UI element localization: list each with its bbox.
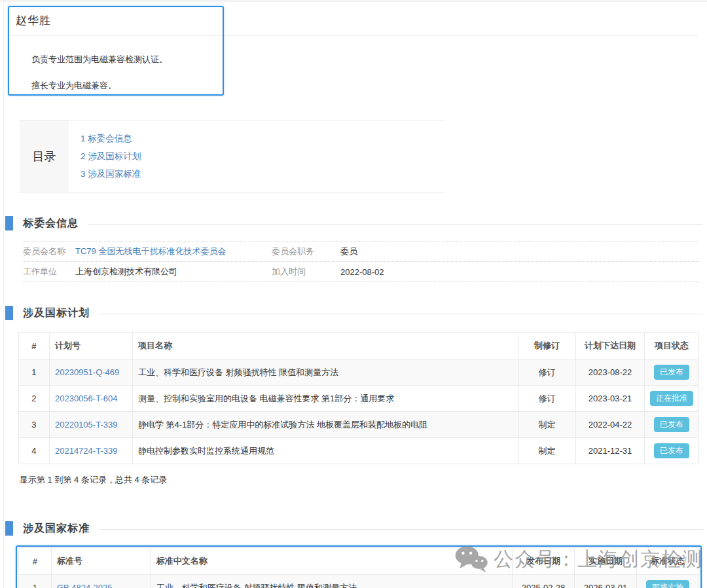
standards-table: # 标准号 标准中文名称 发布日期 实施日期 标准状态 1 GB 4824-20…	[18, 547, 699, 588]
section-title: 涉及国家标准	[23, 522, 90, 536]
toc-link-committee-info[interactable]: 1 标委会信息	[81, 130, 141, 147]
plan-number-link[interactable]: 20230056-T-604	[55, 394, 117, 403]
project-name: 静电学 第4-1部分：特定应用中的标准试验方法 地板覆盖层和装配地板的电阻	[132, 412, 518, 438]
toc-label: 目录	[20, 120, 69, 192]
section-committee-info: 标委会信息 委员会名称 TC79 全国无线电干扰标准化技术委员会 委员会职务 委…	[0, 216, 707, 282]
column-header: 计划号	[49, 333, 132, 359]
field-value: 委员	[340, 246, 357, 257]
field-label: 工作单位	[23, 266, 75, 278]
field-label: 加入时间	[272, 266, 340, 278]
project-name: 工业、科学和医疗设备 射频骚扰特性 限值和测量方法	[132, 359, 518, 386]
profile-intro-line: 擅长专业为电磁兼容。	[31, 80, 707, 92]
revision-type: 修订	[518, 386, 576, 412]
toc-link-national-plans[interactable]: 2 涉及国标计划	[81, 147, 141, 165]
status-badge: 正在批准	[650, 391, 693, 406]
project-name: 测量、控制和实验室用的电设备 电磁兼容性要求 第1部分：通用要求	[132, 386, 518, 412]
column-header: 实施日期	[575, 548, 637, 575]
section-header: 涉及国标计划	[5, 306, 707, 320]
plan-number-link[interactable]: 20214724-T-339	[55, 446, 117, 456]
section-title: 标委会信息	[23, 217, 79, 230]
row-index: 2	[19, 386, 50, 412]
status-badge: 已发布	[654, 365, 689, 380]
plan-date: 2023-08-22	[576, 359, 645, 386]
field-label: 委员会名称	[23, 246, 75, 257]
column-header: 项目名称	[132, 333, 518, 359]
column-header: 项目状态	[644, 333, 698, 359]
field-label: 委员会职务	[272, 246, 340, 257]
row-index: 1	[19, 359, 50, 386]
revision-type: 修订	[518, 359, 576, 386]
section-accent-bar	[5, 521, 13, 536]
info-row: 委员会名称 TC79 全国无线电干扰标准化技术委员会 委员会职务 委员	[23, 241, 699, 262]
table-header-row: # 计划号 项目名称 制修订 计划下达日期 项目状态	[19, 333, 699, 359]
committee-name-link[interactable]: TC79 全国无线电干扰标准化技术委员会	[75, 246, 226, 256]
column-header: 标准号	[51, 548, 151, 575]
records-summary: 显示第 1 到第 4 条记录，总共 4 条记录	[20, 474, 707, 486]
table-row: 3 20220105-T-339 静电学 第4-1部分：特定应用中的标准试验方法…	[19, 412, 699, 438]
status-badge: 已发布	[654, 443, 689, 458]
field-value: 上海创京检测技术有限公司	[75, 266, 272, 278]
status-badge: 已发布	[654, 417, 689, 432]
table-of-contents: 目录 1 标委会信息 2 涉及国标计划 3 涉及国家标准	[20, 120, 445, 193]
profile-header: 赵华胜 负责专业范围为电磁兼容检测认证。 擅长专业为电磁兼容。	[0, 2, 707, 101]
plans-table: # 计划号 项目名称 制修订 计划下达日期 项目状态 1 20230951-Q-…	[18, 332, 699, 464]
status-badge: 即将实施	[646, 580, 689, 588]
table-row: 1 GB 4824-2025 工业、科学和医疗设备 射频骚扰特性 限值和测量方法…	[19, 575, 699, 588]
table-row: 1 20230951-Q-469 工业、科学和医疗设备 射频骚扰特性 限值和测量…	[19, 359, 699, 386]
section-divider	[99, 529, 703, 530]
revision-type: 制定	[518, 438, 576, 464]
plan-date: 2022-04-22	[576, 412, 645, 438]
section-national-plans: 涉及国标计划 # 计划号 项目名称 制修订 计划下达日期 项目状态 1 2023…	[0, 306, 707, 486]
section-divider	[88, 224, 703, 225]
page-title: 赵华胜	[9, 2, 699, 36]
table-header-row: # 标准号 标准中文名称 发布日期 实施日期 标准状态	[19, 548, 699, 575]
revision-type: 制定	[518, 412, 576, 438]
project-name: 静电控制参数实时监控系统通用规范	[132, 438, 518, 464]
plan-number-link[interactable]: 20230951-Q-469	[55, 367, 119, 377]
column-header: 计划下达日期	[576, 333, 645, 359]
section-accent-bar	[5, 216, 13, 230]
committee-info-table: 委员会名称 TC79 全国无线电干扰标准化技术委员会 委员会职务 委员 工作单位…	[23, 241, 699, 282]
toc-link-national-standards[interactable]: 3 涉及国家标准	[81, 165, 141, 183]
info-row: 工作单位 上海创京检测技术有限公司 加入时间 2022-08-02	[23, 262, 699, 282]
section-header: 标委会信息	[5, 216, 707, 230]
section-header: 涉及国家标准	[5, 521, 707, 536]
field-value: 2022-08-02	[340, 267, 384, 277]
column-header: #	[19, 333, 50, 359]
column-header: 标准状态	[636, 548, 698, 575]
toc-links: 1 标委会信息 2 涉及国标计划 3 涉及国家标准	[69, 120, 141, 192]
row-index: 1	[19, 575, 52, 588]
column-header: 制修订	[518, 333, 576, 359]
publish-date: 2025-02-28	[513, 575, 575, 588]
standard-number-link[interactable]: GB 4824-2025	[57, 583, 113, 588]
plan-date: 2021-12-31	[576, 438, 645, 464]
column-header: 发布日期	[513, 548, 575, 575]
section-national-standards: 涉及国家标准 # 标准号 标准中文名称 发布日期 实施日期 标准状态 1 GB …	[0, 521, 707, 588]
standard-name: 工业、科学和医疗设备 射频骚扰特性 限值和测量方法	[151, 575, 512, 588]
column-header: 标准中文名称	[151, 548, 512, 575]
profile-intro-line: 负责专业范围为电磁兼容检测认证。	[31, 54, 707, 65]
column-header: #	[19, 548, 52, 575]
section-title: 涉及国标计划	[23, 306, 90, 320]
plan-date: 2023-03-21	[576, 386, 645, 412]
table-row: 2 20230056-T-604 测量、控制和实验室用的电设备 电磁兼容性要求 …	[19, 386, 699, 412]
row-index: 4	[19, 438, 50, 464]
row-index: 3	[19, 412, 50, 438]
section-accent-bar	[5, 306, 13, 320]
section-divider	[99, 314, 703, 314]
table-row: 4 20214724-T-339 静电控制参数实时监控系统通用规范 制定 202…	[19, 438, 699, 464]
plan-number-link[interactable]: 20220105-T-339	[55, 420, 117, 430]
implement-date: 2026-03-01	[575, 575, 637, 588]
